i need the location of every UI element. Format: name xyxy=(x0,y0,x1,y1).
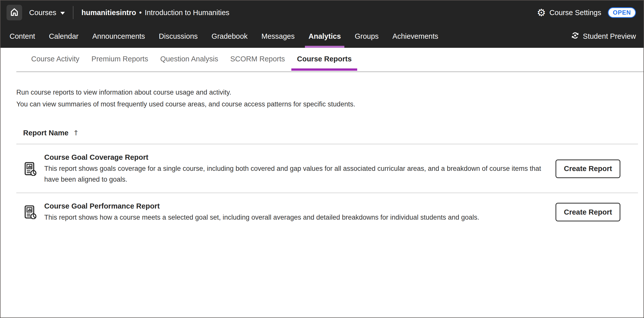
intro-text: Run course reports to view information a… xyxy=(16,87,643,110)
course-settings-button[interactable]: ⚙ Course Settings xyxy=(537,8,601,18)
nav-item-discussions[interactable]: Discussions xyxy=(159,25,198,48)
report-title[interactable]: Course Goal Performance Report xyxy=(44,201,543,211)
report-info: Course Goal Performance Report This repo… xyxy=(44,201,543,223)
app-window: Courses humanitiesintro • Introduction t… xyxy=(0,0,644,318)
tab-scorm-reports[interactable]: SCORM Reports xyxy=(225,48,291,73)
report-name-label: Report Name xyxy=(23,129,69,137)
topbar-separator xyxy=(73,6,73,19)
report-title[interactable]: Course Goal Coverage Report xyxy=(44,152,543,162)
main-content: Run course reports to view information a… xyxy=(1,87,643,230)
report-info: Course Goal Coverage Report This report … xyxy=(44,152,543,185)
tab-course-activity[interactable]: Course Activity xyxy=(26,48,85,73)
nav-item-content[interactable]: Content xyxy=(10,25,35,48)
course-nav-bar: Content Calendar Announcements Discussio… xyxy=(1,25,643,48)
report-description: This report shows how a course meets a s… xyxy=(44,212,543,223)
report-document-icon xyxy=(23,162,37,176)
report-document-icon xyxy=(23,205,37,219)
student-preview-button[interactable]: Student Preview xyxy=(571,25,636,48)
create-report-button-coverage[interactable]: Create Report xyxy=(556,160,620,178)
report-name-header[interactable]: Report Name ↑ xyxy=(16,129,643,137)
course-title: humanitiesintro • Introduction to Humani… xyxy=(81,9,229,17)
top-bar: Courses humanitiesintro • Introduction t… xyxy=(1,1,643,25)
nav-item-achievements[interactable]: Achievements xyxy=(392,25,438,48)
open-status-badge[interactable]: OPEN xyxy=(608,7,636,18)
nav-item-analytics[interactable]: Analytics xyxy=(308,25,341,48)
courses-label: Courses xyxy=(29,9,56,17)
report-row-coverage: Course Goal Coverage Report This report … xyxy=(16,144,643,192)
courses-dropdown[interactable]: Courses xyxy=(29,9,65,17)
student-preview-label: Student Preview xyxy=(583,32,636,41)
nav-items: Content Calendar Announcements Discussio… xyxy=(10,25,438,48)
tab-question-analysis[interactable]: Question Analysis xyxy=(155,48,224,73)
tab-premium-reports[interactable]: Premium Reports xyxy=(86,48,154,73)
tab-course-reports[interactable]: Course Reports xyxy=(291,48,357,73)
home-icon xyxy=(10,7,19,18)
report-row-performance: Course Goal Performance Report This repo… xyxy=(16,193,643,230)
nav-spacer xyxy=(438,25,571,48)
subtab-row: Course Activity Premium Reports Question… xyxy=(1,48,643,73)
nav-item-calendar[interactable]: Calendar xyxy=(49,25,79,48)
nav-item-announcements[interactable]: Announcements xyxy=(92,25,145,48)
nav-item-messages[interactable]: Messages xyxy=(261,25,295,48)
report-description: This report shows goals coverage for a s… xyxy=(44,163,543,185)
course-settings-label: Course Settings xyxy=(549,9,601,17)
bullet-separator: • xyxy=(139,9,142,17)
gear-icon: ⚙ xyxy=(537,8,546,18)
intro-line-1: Run course reports to view information a… xyxy=(16,87,643,98)
nav-item-gradebook[interactable]: Gradebook xyxy=(212,25,248,48)
sort-ascending-icon[interactable]: ↑ xyxy=(73,129,79,137)
student-preview-icon xyxy=(571,31,579,42)
subtabs-divider xyxy=(16,71,643,72)
analytics-subtabs: Course Activity Premium Reports Question… xyxy=(1,48,643,73)
create-report-button-performance[interactable]: Create Report xyxy=(556,203,620,221)
course-id: humanitiesintro xyxy=(81,9,136,17)
home-button[interactable] xyxy=(7,5,22,20)
intro-line-2: You can view summaries of most frequentl… xyxy=(16,98,643,110)
chevron-down-icon xyxy=(60,12,65,15)
nav-item-groups[interactable]: Groups xyxy=(355,25,379,48)
course-name: Introduction to Humanities xyxy=(145,9,229,17)
